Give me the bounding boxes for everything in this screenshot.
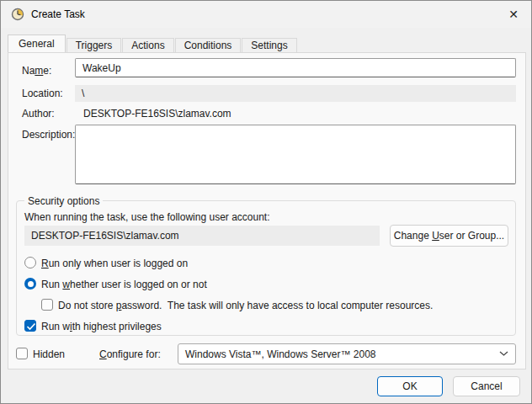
checkbox-hidden-label: Hidden [33, 348, 65, 361]
author-label: Author: [22, 107, 55, 120]
tab-conditions[interactable]: Conditions [175, 38, 242, 52]
change-user-or-group-label: Change User or Group... [394, 230, 504, 242]
ok-button[interactable]: OK [377, 376, 443, 396]
tab-settings[interactable]: Settings [242, 38, 296, 52]
author-value: DESKTOP-FE16SIS\zlamav.com [83, 107, 231, 120]
user-account-field: DESKTOP-FE16SIS\zlamav.com [24, 226, 380, 246]
checkbox-do-not-store-password[interactable] [41, 299, 53, 311]
user-account-value: DESKTOP-FE16SIS\zlamav.com [31, 230, 179, 242]
name-input[interactable] [75, 58, 516, 77]
configure-for-label: Configure for: [99, 348, 161, 361]
checkbox-run-highest-privileges[interactable] [24, 320, 36, 332]
location-label: Location: [22, 87, 63, 100]
create-task-dialog: Create Task ✕ General Triggers Actions C… [0, 0, 532, 404]
security-options-title: Security options [24, 194, 103, 208]
description-input[interactable] [75, 125, 516, 184]
cancel-button[interactable]: Cancel [453, 376, 520, 396]
description-label: Description: [22, 128, 75, 141]
radio-run-whether-logged-on-label: Run whether user is logged on or not [41, 278, 207, 291]
radio-run-only-logged-on[interactable] [24, 257, 36, 268]
check-icon [26, 322, 36, 331]
radio-run-only-logged-on-label: Run only when user is logged on [41, 257, 188, 270]
tab-triggers[interactable]: Triggers [66, 38, 122, 52]
checkbox-run-highest-privileges-label: Run with highest privileges [41, 320, 162, 333]
configure-for-value: Windows Vista™, Windows Server™ 2008 [185, 348, 376, 360]
chevron-down-icon [499, 350, 508, 357]
change-user-or-group-button[interactable]: Change User or Group... [390, 225, 508, 247]
close-icon[interactable]: ✕ [501, 3, 526, 25]
radio-run-whether-logged-on[interactable] [24, 278, 36, 290]
account-hint: When running the task, use the following… [24, 210, 270, 224]
configure-for-dropdown[interactable]: Windows Vista™, Windows Server™ 2008 [178, 343, 516, 364]
clock-icon [11, 8, 24, 21]
checkbox-hidden[interactable] [16, 348, 28, 359]
checkbox-do-not-store-password-label: Do not store password. The task will onl… [58, 299, 433, 312]
titlebar: Create Task ✕ [1, 1, 531, 28]
ok-button-label: OK [402, 380, 417, 392]
tab-actions[interactable]: Actions [122, 38, 173, 52]
name-label: Name: [22, 64, 51, 77]
location-value: \ [82, 88, 84, 99]
cancel-button-label: Cancel [471, 380, 502, 392]
dialog-title: Create Task [31, 8, 85, 20]
tab-general[interactable]: General [8, 35, 66, 52]
location-field: \ [75, 85, 516, 102]
tab-strip: General Triggers Actions Conditions Sett… [8, 35, 298, 52]
